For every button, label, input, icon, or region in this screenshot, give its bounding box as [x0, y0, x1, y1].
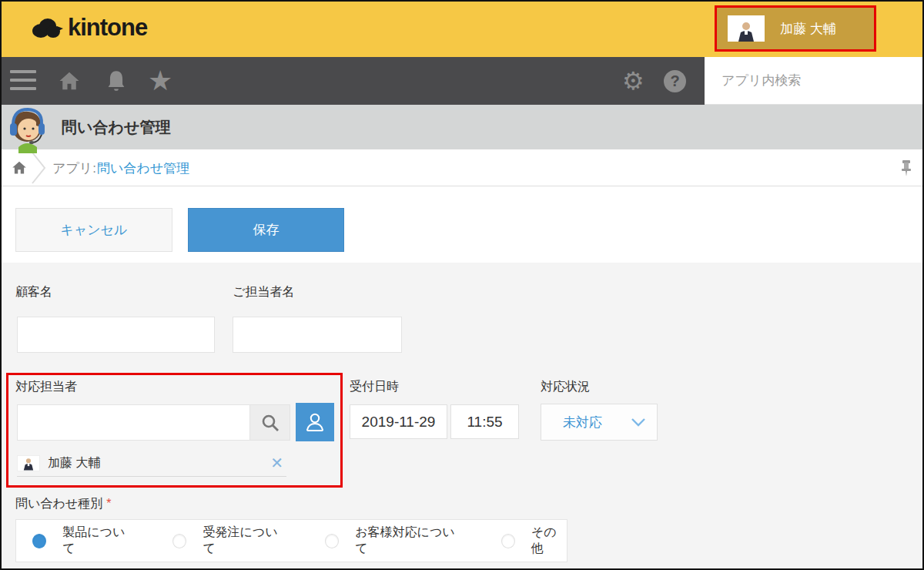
top-brand-bar: kintone 加藤 大輔: [2, 2, 922, 57]
home-icon[interactable]: [58, 57, 81, 105]
inquiry-type-label: 問い合わせ種別*: [15, 496, 111, 512]
received-datetime-label: 受付日時: [350, 379, 399, 395]
radio-unselected-icon[interactable]: [172, 534, 186, 548]
radio-option-customer-support[interactable]: お客様対応について: [325, 525, 463, 557]
received-date-input[interactable]: 2019-11-29: [350, 404, 447, 439]
radio-option-products[interactable]: 製品について: [32, 525, 134, 557]
app-header-bar: 問い合わせ管理: [2, 105, 922, 149]
settings-gear-icon[interactable]: ⚙: [622, 57, 644, 105]
radio-option-label: お客様対応について: [355, 525, 463, 557]
status-value: 未対応: [563, 414, 631, 431]
radio-option-orders[interactable]: 受発注について: [172, 525, 286, 557]
inquiry-type-label-text: 問い合わせ種別: [15, 497, 102, 510]
record-action-bar: キャンセル 保存: [2, 186, 922, 263]
kintone-window: kintone 加藤 大輔 ★ ⚙: [0, 0, 924, 570]
breadcrumb-app-prefix: アプリ:: [52, 159, 96, 177]
radio-unselected-icon[interactable]: [325, 534, 339, 548]
user-avatar-photo: [736, 20, 756, 42]
required-mark: *: [106, 497, 111, 510]
in-app-search: [705, 57, 922, 105]
assignee-user-avatar: [17, 455, 40, 471]
radio-option-label: その他: [531, 525, 567, 557]
user-picker-button[interactable]: [296, 403, 334, 441]
assignee-search-input[interactable]: [17, 404, 249, 441]
customer-name-input[interactable]: [17, 317, 215, 353]
received-time-input[interactable]: 11:55: [450, 404, 519, 439]
app-support-girl-icon: [3, 104, 51, 153]
status-label: 対応状況: [541, 379, 590, 395]
save-button[interactable]: 保存: [188, 208, 344, 252]
assignee-label: 対応担当者: [15, 379, 77, 395]
notifications-bell-icon[interactable]: [105, 57, 127, 105]
user-menu[interactable]: 加藤 大輔: [715, 5, 876, 52]
breadcrumb: アプリ: 問い合わせ管理: [2, 149, 922, 186]
radio-unselected-icon[interactable]: [501, 534, 515, 548]
favorites-star-icon[interactable]: ★: [148, 57, 172, 105]
radio-option-other[interactable]: その他: [501, 525, 567, 557]
breadcrumb-separator-icon: [29, 151, 48, 188]
kintone-cloud-icon: [31, 16, 63, 39]
person-icon: [303, 411, 326, 434]
hamburger-menu-icon[interactable]: [10, 70, 36, 92]
inquiry-type-group: 製品について 受発注について お客様対応について その他: [15, 519, 567, 562]
chevron-down-icon: [631, 417, 646, 427]
record-form: 顧客名 ご担当者名 対応担当者 加藤 大輔 ✕ 受付: [2, 263, 922, 570]
cancel-button[interactable]: キャンセル: [15, 208, 172, 252]
pin-icon[interactable]: [899, 159, 913, 180]
radio-option-label: 製品について: [62, 525, 134, 557]
breadcrumb-app-link[interactable]: 問い合わせ管理: [97, 159, 189, 177]
assignee-selected-user-row: 加藤 大輔 ✕: [17, 450, 286, 477]
breadcrumb-home-icon[interactable]: [11, 159, 28, 179]
search-icon: [260, 413, 280, 433]
in-app-search-input[interactable]: [705, 57, 922, 104]
user-name: 加藤 大輔: [780, 20, 836, 38]
assignee-user-name: 加藤 大輔: [48, 455, 270, 471]
kintone-logo[interactable]: kintone: [31, 14, 147, 42]
remove-user-icon[interactable]: ✕: [270, 454, 283, 472]
contact-name-input[interactable]: [233, 317, 402, 353]
user-avatar: [728, 15, 765, 42]
assignee-search-button[interactable]: [249, 404, 290, 441]
customer-name-label: 顧客名: [15, 284, 52, 300]
radio-selected-icon[interactable]: [32, 534, 46, 548]
help-icon[interactable]: ?: [664, 57, 686, 105]
contact-name-label: ご担当者名: [233, 284, 294, 300]
kintone-logo-text: kintone: [68, 14, 147, 42]
status-dropdown[interactable]: 未対応: [541, 404, 658, 441]
app-title: 問い合わせ管理: [62, 105, 170, 149]
radio-option-label: 受発注について: [203, 525, 286, 557]
